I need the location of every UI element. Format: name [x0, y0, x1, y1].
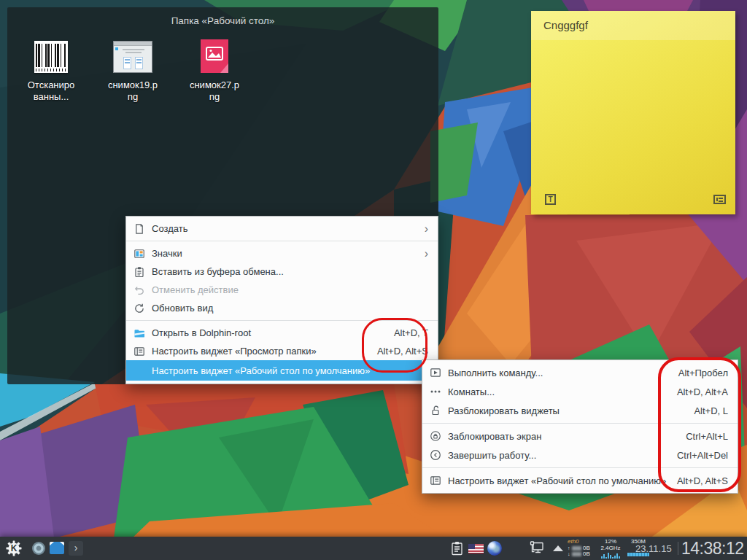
menu-item-paste[interactable]: Вставить из буфера обмена...	[126, 262, 438, 281]
run-command-icon	[430, 367, 441, 378]
file-label: Отсканиро ванны...	[12, 79, 90, 103]
desktop-file-snimok27[interactable]: снимок27.p ng	[175, 35, 254, 103]
panel-chevron-button[interactable]: ›	[69, 541, 83, 556]
network-connection-icon[interactable]	[530, 541, 544, 555]
tray-expand-arrow[interactable]	[553, 545, 563, 551]
icon-view-icon	[133, 248, 145, 260]
menu-item-icons[interactable]: Значки ›	[126, 244, 438, 262]
unlock-icon	[430, 405, 441, 416]
download-value: 0B	[583, 551, 590, 557]
sticky-note-text[interactable]: Cngggfgf	[543, 19, 588, 31]
barcode-thumbnail	[12, 35, 90, 73]
activity-pager-icon[interactable]	[32, 542, 45, 555]
shutdown-icon	[430, 449, 441, 461]
lock-screen-icon	[430, 430, 441, 442]
cpu-percent: 12%	[598, 538, 623, 545]
desktop-file-scanned[interactable]: Отсканиро ванны...	[12, 35, 90, 103]
clipboard-icon	[133, 266, 145, 278]
configure-widget-icon	[133, 346, 145, 357]
document-new-icon	[133, 223, 145, 235]
configure-widget-icon	[430, 475, 441, 486]
annotation-ellipse-shortcuts-2	[658, 357, 741, 492]
folder-view-title: Папка «Рабочий стол»	[7, 15, 438, 26]
window-screenshot-thumbnail	[93, 35, 172, 73]
cpu-freq: 2.4GHz	[598, 545, 623, 551]
cpu-history-graph	[598, 552, 623, 559]
network-monitor: eth0 ↑0B ↓0B	[568, 538, 594, 559]
keyboard-layout-flag-us[interactable]	[468, 544, 484, 553]
blurred-value	[572, 552, 581, 556]
file-label: снимок19.p ng	[93, 79, 172, 103]
sticky-note-widget[interactable]: Cngggfgf T	[531, 11, 735, 214]
desktop-file-snimok19[interactable]: снимок19.p ng	[93, 35, 172, 103]
submenu-arrow-icon: ›	[425, 248, 428, 260]
menu-item-create[interactable]: Создать ›	[126, 219, 438, 238]
menu-item-refresh[interactable]: Обновить вид	[126, 299, 438, 317]
clock-date[interactable]: 23.11.15	[635, 543, 672, 554]
image-file-icon	[175, 35, 254, 73]
folder-open-icon	[133, 327, 145, 339]
menu-separator	[126, 241, 438, 241]
taskbar-panel: K › eth0 ↑0B ↓0B 12% 2.4GHz 350M	[0, 537, 747, 560]
note-settings-icon[interactable]	[713, 195, 726, 204]
menu-item-undo: Отменить действие	[126, 281, 438, 299]
globe-network-icon[interactable]	[487, 541, 502, 556]
submenu-arrow-icon: ›	[425, 223, 428, 235]
blurred-value	[572, 546, 581, 551]
annotation-ellipse-shortcuts-1	[362, 318, 427, 373]
svg-text:K: K	[11, 543, 18, 553]
cpu-monitor: 12% 2.4GHz	[598, 538, 623, 559]
clock-divider	[678, 542, 678, 555]
kde-menu-button[interactable]: K	[6, 540, 22, 556]
clipboard-tray-icon[interactable]	[451, 541, 463, 556]
format-text-icon[interactable]: T	[545, 194, 556, 205]
file-manager-icon[interactable]	[50, 542, 64, 554]
activities-icon	[430, 386, 441, 397]
refresh-icon	[133, 303, 145, 314]
interface-label: eth0	[568, 538, 594, 545]
clock-time[interactable]: 14:38:12	[681, 539, 744, 559]
undo-icon	[133, 284, 145, 296]
file-label: снимок27.p ng	[175, 79, 254, 103]
